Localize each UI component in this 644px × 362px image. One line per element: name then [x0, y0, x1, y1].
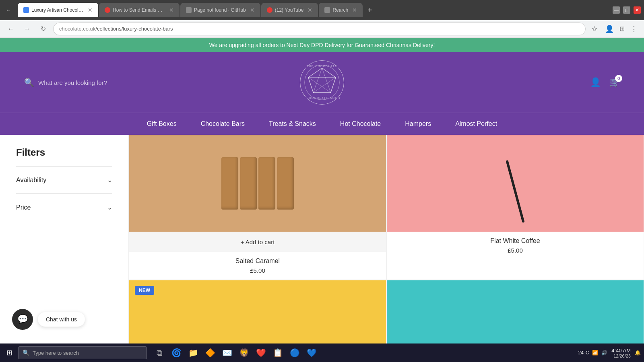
nav-gift-boxes[interactable]: Gift Boxes	[147, 113, 177, 135]
nav-treats-snacks[interactable]: Treats & Snacks	[269, 113, 316, 135]
tab-4[interactable]: (12) YouTube ✕	[261, 3, 318, 17]
tab-favicon-4	[267, 7, 272, 13]
tab-label-4: (12) YouTube	[275, 7, 304, 13]
svg-line-3	[313, 68, 322, 93]
taskbar-app-taskview[interactable]: ⧉	[152, 345, 167, 360]
chat-button[interactable]: 💬	[12, 309, 33, 330]
url-path: /collections/luxury-chocolate-bars	[95, 26, 173, 32]
bookmark-btn[interactable]: ☆	[590, 23, 599, 35]
forward-button[interactable]: →	[21, 23, 33, 35]
product-image-flat-white	[387, 135, 644, 232]
brave-icon: 🦁	[239, 348, 249, 358]
announcement-text: We are upgrading all orders to Next Day …	[209, 42, 435, 48]
main-content: Filters Availability ⌄ Price ⌄	[0, 135, 644, 362]
announcement-bar: We are upgrading all orders to Next Day …	[0, 38, 644, 52]
tab-favicon-1	[23, 7, 29, 13]
nav-hot-chocolate[interactable]: Hot Chocolate	[340, 113, 381, 135]
taskbar-right: 24°C 📶 🔊 4:40 AM 12/26/23 🔔	[578, 348, 641, 358]
reload-button[interactable]: ↻	[37, 23, 49, 35]
profile-btn[interactable]: 👤	[603, 23, 615, 35]
vlc-icon: 🔶	[205, 348, 215, 358]
products-grid: + Add to cart Salted Caramel £5.00 Flat …	[129, 135, 644, 362]
taskbar-app-ms[interactable]: 📋	[270, 345, 285, 360]
taskbar-time[interactable]: 4:40 AM 12/26/23	[611, 348, 631, 358]
notification-icon[interactable]: 🔔	[635, 350, 641, 356]
minimize-btn[interactable]: —	[613, 6, 620, 14]
product-image-salted-caramel	[129, 135, 386, 232]
new-tab-btn[interactable]: +	[365, 6, 375, 15]
search-placeholder-text: What are you looking for?	[38, 79, 107, 86]
svg-line-2	[322, 68, 331, 93]
taskbar-app-vscode[interactable]: 💙	[304, 345, 319, 360]
availability-filter[interactable]: Availability ⌄	[16, 171, 112, 189]
ms-icon: 📋	[273, 348, 283, 358]
add-to-cart-salted-caramel[interactable]: + Add to cart	[129, 232, 386, 252]
wifi-icon: 📶	[592, 350, 598, 356]
taskbar-app-brave[interactable]: 🦁	[236, 345, 252, 360]
taskbar-app-mail[interactable]: ✉️	[219, 345, 235, 360]
taskbar-app-vivaldi[interactable]: ❤️	[253, 345, 268, 360]
chrome-icon: 🔵	[290, 348, 300, 358]
tab-5[interactable]: Rearch ✕	[319, 3, 363, 17]
product-price-salted-caramel: £5.00	[137, 267, 378, 274]
clock-time: 4:40 AM	[611, 348, 631, 354]
price-filter[interactable]: Price ⌄	[16, 198, 112, 217]
tab-close-4[interactable]: ✕	[308, 7, 312, 13]
close-btn[interactable]: ✕	[634, 6, 641, 14]
tab-label-1: Luxury Artisan Chocolate...	[31, 7, 84, 13]
taskbar-app-chrome[interactable]: 🔵	[287, 345, 302, 360]
tab-active[interactable]: Luxury Artisan Chocolate... ✕	[18, 3, 98, 17]
taskbar-search-text: Type here to search	[33, 350, 79, 356]
back-button[interactable]: ←	[5, 23, 17, 35]
nav-almost-perfect[interactable]: Almost Perfect	[455, 113, 497, 135]
tab-close-3[interactable]: ✕	[250, 7, 255, 13]
cart-wrapper: 🛒 0	[609, 77, 620, 88]
volume-icon: 🔊	[601, 350, 607, 356]
tab-close-1[interactable]: ✕	[88, 7, 93, 13]
extensions-btn[interactable]: ⊞	[619, 25, 625, 33]
clock-date: 12/26/23	[611, 354, 631, 358]
filter-divider-mid	[16, 193, 112, 194]
tab-back-btn[interactable]: ←	[3, 6, 14, 14]
tab-label-3: Page not found · GitHub	[194, 7, 246, 13]
logo-svg: THE CHOCOLATE SOCIETY THE CHOCOLATE	[304, 64, 340, 101]
product-info-salted-caramel: Salted Caramel £5.00	[129, 252, 386, 280]
browser-menu-btn[interactable]: ⋮	[629, 23, 639, 35]
temperature-display: 24°C	[578, 350, 589, 356]
taskbar-app-files[interactable]: 📁	[186, 345, 201, 360]
tab-close-5[interactable]: ✕	[352, 7, 357, 13]
filter-divider-top	[16, 166, 112, 167]
products-area: + Add to cart Salted Caramel £5.00 Flat …	[129, 135, 644, 362]
taskbar-sys: 24°C 📶 🔊	[578, 350, 607, 356]
product-card-flat-white: Flat White Coffee £5.00	[386, 135, 644, 280]
browser-chrome: ← Luxury Artisan Chocolate... ✕ How to S…	[0, 0, 644, 20]
vivaldi-icon: ❤️	[256, 348, 266, 358]
tab-favicon-3	[186, 7, 192, 13]
svg-text:THE CHOCOLATE: THE CHOCOLATE	[307, 65, 337, 68]
tab-favicon-2	[105, 7, 110, 13]
taskbar-search[interactable]: 🔍 Type here to search	[18, 346, 147, 359]
account-btn[interactable]: 👤	[590, 77, 601, 88]
product-info-flat-white: Flat White Coffee £5.00	[387, 232, 644, 259]
edge-icon: 🌀	[171, 348, 182, 358]
svg-line-4	[308, 77, 331, 93]
maximize-btn[interactable]: ◻	[623, 6, 630, 14]
tab-3[interactable]: Page not found · GitHub ✕	[180, 3, 260, 17]
taskview-icon: ⧉	[157, 348, 162, 358]
nav-hampers[interactable]: Hampers	[405, 113, 431, 135]
logo-area[interactable]: THE CHOCOLATE SOCIETY THE CHOCOLATE	[300, 60, 344, 105]
availability-label: Availability	[16, 177, 46, 184]
taskbar-app-edge[interactable]: 🌀	[169, 345, 184, 360]
address-bar[interactable]: chocolate.co.uk /collections/luxury-choc…	[53, 23, 586, 35]
tab-2[interactable]: How to Send Emails Usin... ✕	[99, 3, 180, 17]
tab-close-2[interactable]: ✕	[169, 7, 174, 13]
tab-label-5: Rearch	[332, 7, 348, 13]
start-button[interactable]: ⊞	[3, 347, 16, 359]
taskbar-search-icon: 🔍	[23, 350, 29, 356]
tab-label-2: How to Send Emails Usin...	[113, 7, 165, 13]
mail-icon: ✉️	[222, 348, 232, 358]
address-bar-row: ← → ↻ chocolate.co.uk /collections/luxur…	[0, 20, 644, 38]
files-icon: 📁	[188, 348, 198, 358]
nav-chocolate-bars[interactable]: Chocolate Bars	[201, 113, 245, 135]
taskbar-app-vlc[interactable]: 🔶	[202, 345, 218, 360]
